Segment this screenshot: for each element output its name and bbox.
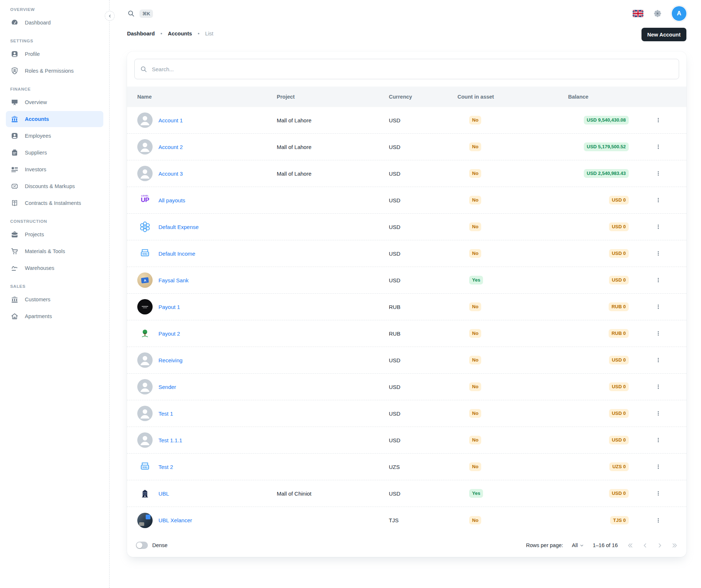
sidebar-item-overview[interactable]: Overview (6, 94, 103, 110)
balance-cell: USD 2,540,983.43 (568, 169, 630, 178)
search-icon (127, 9, 135, 18)
currency-cell: USD (389, 171, 457, 177)
balance-cell: USD 0 (568, 356, 630, 364)
row-actions-cell (630, 194, 686, 206)
table-search-box (134, 59, 679, 79)
sidebar-item-discounts-markups[interactable]: Discounts & Markups (6, 178, 103, 194)
presentation-icon (10, 98, 19, 107)
row-actions-cell (630, 167, 686, 180)
row-menu-kebab-icon[interactable] (652, 221, 664, 233)
row-menu-kebab-icon[interactable] (652, 327, 664, 340)
settings-button[interactable] (651, 7, 664, 20)
sidebar-collapse-button[interactable] (105, 11, 115, 21)
breadcrumb-dashboard[interactable]: Dashboard (127, 31, 155, 37)
account-name-link[interactable]: Test 2 (158, 464, 173, 470)
sidebar-item-dashboard[interactable]: Dashboard (6, 15, 103, 31)
account-name-link[interactable]: Sender (158, 384, 176, 390)
sidebar-section-overview: OverviewDashboard (0, 7, 109, 31)
breadcrumb-accounts[interactable]: Accounts (168, 31, 192, 37)
table-row-payout-2: Payout 2RUBNoRUB 0 (127, 320, 686, 347)
row-menu-kebab-icon[interactable] (652, 514, 664, 527)
sidebar-item-materials-tools[interactable]: Materials & Tools (6, 243, 103, 259)
sidebar-item-roles-permissions[interactable]: Roles & Permissions (6, 63, 103, 79)
sidebar-item-employees[interactable]: Employees (6, 128, 103, 144)
sidebar-item-apartments[interactable]: Apartments (6, 308, 103, 324)
dense-toggle-wrap: Dense (136, 542, 168, 549)
payout1-logo (137, 299, 153, 314)
row-menu-kebab-icon[interactable] (652, 487, 664, 500)
language-flag-button[interactable] (633, 10, 643, 17)
row-menu-kebab-icon[interactable] (652, 354, 664, 366)
dense-toggle[interactable] (136, 542, 148, 549)
account-name-link[interactable]: Payout 2 (158, 331, 180, 337)
sidebar-item-label: Overview (25, 99, 47, 105)
sidebar-item-suppliers[interactable]: Suppliers (6, 145, 103, 161)
account-name-link[interactable]: Account 2 (158, 144, 183, 150)
balance-cell: USD 0 (568, 436, 630, 444)
user-avatar[interactable]: A (672, 6, 686, 21)
sidebar-item-label: Suppliers (25, 150, 47, 156)
next-page-icon[interactable] (656, 542, 663, 549)
row-menu-kebab-icon[interactable] (652, 381, 664, 393)
account-name-link[interactable]: Default Income (158, 251, 195, 257)
accounts-table-card: NameProjectCurrencyCount in assetBalance… (127, 51, 686, 557)
row-menu-kebab-icon[interactable] (652, 114, 664, 126)
dense-label: Dense (152, 542, 168, 548)
balance-cell: USD 0 (568, 382, 630, 391)
account-name-link[interactable]: UBL (158, 490, 169, 497)
row-actions-cell (630, 327, 686, 340)
row-menu-kebab-icon[interactable] (652, 434, 664, 446)
count-in-asset-cell: No (457, 196, 568, 205)
prev-page-icon[interactable] (641, 542, 648, 549)
row-menu-kebab-icon[interactable] (652, 247, 664, 260)
balance-badge: USD 0 (609, 222, 629, 231)
sidebar-item-label: Accounts (25, 116, 49, 122)
balance-badge: RUB 0 (609, 302, 629, 311)
count-in-asset-cell: No (457, 249, 568, 258)
gear-icon (653, 9, 662, 18)
sidebar-section-sales: SalesCustomersApartments (0, 284, 109, 324)
account-name-link[interactable]: Test 1 (158, 411, 173, 417)
row-menu-kebab-icon[interactable] (652, 194, 664, 206)
count-in-asset-badge: No (469, 516, 481, 525)
row-menu-kebab-icon[interactable] (652, 141, 664, 153)
sidebar-item-contracts-instalments[interactable]: Contracts & Instalments (6, 195, 103, 211)
account-name-link[interactable]: Receiving (158, 357, 183, 363)
sidebar-item-label: Investors (25, 167, 46, 172)
sidebar-item-projects[interactable]: Projects (6, 226, 103, 243)
account-name-link[interactable]: All payouts (158, 197, 185, 203)
last-page-icon[interactable] (671, 542, 678, 549)
name-cell: Default Expense (137, 219, 277, 234)
sidebar-item-customers[interactable]: Customers (6, 291, 103, 308)
table-search-input[interactable] (151, 66, 674, 73)
account-name-link[interactable]: Test 1.1.1 (158, 437, 182, 443)
sidebar-item-profile[interactable]: Profile (6, 46, 103, 62)
sidebar-item-investors[interactable]: Investors (6, 161, 103, 177)
account-name-link[interactable]: Payout 1 (158, 304, 180, 310)
balance-cell: RUB 0 (568, 302, 630, 311)
sidebar-item-warehouses[interactable]: Warehouses (6, 260, 103, 276)
row-menu-kebab-icon[interactable] (652, 274, 664, 286)
person-avatar (137, 406, 153, 421)
account-name-link[interactable]: UBL Xelancer (158, 517, 192, 523)
row-menu-kebab-icon[interactable] (652, 461, 664, 473)
global-search-button[interactable]: ⌘K (127, 9, 153, 18)
row-menu-kebab-icon[interactable] (652, 167, 664, 180)
balance-cell: USD 9,540,430.08 (568, 116, 630, 125)
new-account-button[interactable]: New Account (641, 28, 686, 41)
sidebar-item-accounts[interactable]: Accounts (6, 111, 103, 127)
row-menu-kebab-icon[interactable] (652, 301, 664, 313)
top-right-actions: A (633, 6, 686, 21)
sidebar-item-label: Materials & Tools (25, 248, 65, 254)
account-name-link[interactable]: Faysal Sank (158, 277, 189, 283)
chevron-left-icon (108, 14, 112, 18)
account-name-link[interactable]: Default Expense (158, 224, 199, 230)
first-page-icon[interactable] (627, 542, 633, 549)
row-menu-kebab-icon[interactable] (652, 407, 664, 420)
account-name-link[interactable]: Account 3 (158, 171, 183, 177)
account-name-link[interactable]: Account 1 (158, 117, 183, 123)
rows-per-page-select[interactable]: All (572, 542, 584, 548)
row-actions-cell (630, 274, 686, 286)
name-cell: UBL Xelancer (137, 513, 277, 528)
count-in-asset-badge: No (469, 409, 481, 418)
